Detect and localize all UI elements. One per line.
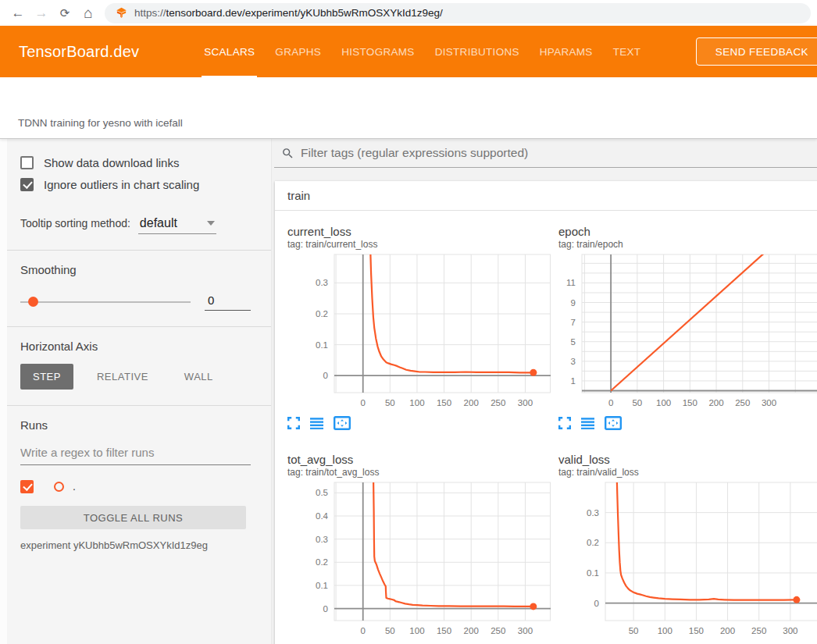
- svg-text:300: 300: [783, 626, 797, 635]
- scalar-chart: current_loss tag: train/current_loss 050…: [287, 225, 558, 431]
- address-bar[interactable]: https://tensorboard.dev/experiment/yKUbh…: [105, 3, 811, 23]
- svg-text:150: 150: [437, 398, 451, 407]
- svg-text:0: 0: [360, 626, 365, 635]
- experiment-title: TDNN training for yesno with icefall: [18, 117, 183, 129]
- axis-wall-button[interactable]: WALL: [172, 364, 226, 390]
- checkbox-checked-icon[interactable]: [20, 178, 34, 191]
- runs-filter-field[interactable]: [20, 446, 251, 465]
- toggle-all-runs-button[interactable]: TOGGLE ALL RUNS: [20, 506, 246, 529]
- smoothing-value-input[interactable]: 0: [205, 294, 251, 311]
- log-scale-icon[interactable]: [581, 417, 594, 429]
- chart-plot[interactable]: 05010015020025030000.10.20.30.40.5: [287, 481, 551, 639]
- fullscreen-icon[interactable]: [558, 417, 571, 429]
- svg-text:50: 50: [629, 626, 639, 635]
- svg-text:100: 100: [656, 398, 671, 407]
- svg-text:100: 100: [658, 626, 673, 635]
- svg-text:0: 0: [323, 371, 328, 380]
- search-icon: [281, 147, 294, 160]
- tag-group-header-train[interactable]: train: [275, 181, 817, 211]
- tooltip-sorting-select[interactable]: default: [138, 216, 216, 234]
- fit-domain-icon[interactable]: [334, 416, 351, 430]
- tab-text[interactable]: TEXT: [603, 26, 651, 77]
- back-icon[interactable]: ←: [6, 3, 30, 23]
- svg-text:0: 0: [608, 398, 613, 407]
- charts-grid: current_loss tag: train/current_loss 050…: [275, 211, 817, 644]
- tab-graphs[interactable]: GRAPHS: [265, 26, 331, 77]
- scalars-main-panel: train current_loss tag: train/current_lo…: [272, 139, 817, 644]
- svg-text:250: 250: [735, 398, 750, 407]
- forward-icon[interactable]: →: [30, 3, 53, 23]
- svg-text:50: 50: [385, 398, 395, 407]
- chart-title: epoch: [558, 225, 817, 238]
- svg-text:300: 300: [518, 398, 533, 407]
- chart-plot[interactable]: 0501001502002503001357911: [558, 253, 817, 411]
- run-row[interactable]: .: [20, 477, 251, 496]
- tab-distributions[interactable]: DISTRIBUTIONS: [425, 26, 530, 77]
- reload-icon[interactable]: ⟳: [53, 3, 77, 23]
- slider-thumb[interactable]: [28, 297, 38, 307]
- svg-text:11: 11: [566, 278, 576, 287]
- svg-text:250: 250: [751, 626, 766, 635]
- runs-filter-input[interactable]: [20, 446, 251, 459]
- axis-step-button[interactable]: STEP: [20, 364, 73, 390]
- app-logo: TensorBoard.dev: [19, 43, 139, 61]
- tab-bar: SCALARS GRAPHS HISTOGRAMS DISTRIBUTIONS …: [194, 26, 651, 77]
- filter-tags-field[interactable]: [274, 139, 817, 168]
- tag-group-card: train current_loss tag: train/current_lo…: [275, 181, 817, 644]
- svg-text:1: 1: [571, 376, 576, 386]
- svg-text:0.2: 0.2: [587, 538, 599, 547]
- smoothing-slider[interactable]: [20, 297, 191, 308]
- svg-text:50: 50: [632, 398, 642, 407]
- slider-track[interactable]: [20, 301, 191, 303]
- svg-text:100: 100: [409, 626, 424, 635]
- chevron-down-icon: [207, 221, 215, 226]
- svg-text:0: 0: [360, 398, 365, 407]
- fit-domain-icon[interactable]: [605, 416, 622, 430]
- settings-sidebar: Show data download links Ignore outliers…: [0, 139, 272, 644]
- run-color-swatch: [54, 482, 64, 492]
- tooltip-sorting-label: Tooltip sorting method:: [20, 217, 130, 229]
- svg-text:0.1: 0.1: [316, 340, 328, 350]
- smoothing-label: Smoothing: [20, 263, 251, 276]
- tab-hparams[interactable]: HPARAMS: [530, 26, 603, 77]
- svg-text:300: 300: [518, 626, 533, 635]
- chart-plot[interactable]: 05010015020025030000.10.20.3: [287, 253, 551, 411]
- svg-text:9: 9: [571, 298, 576, 308]
- experiment-title-bar: TDNN training for yesno with icefall: [0, 77, 817, 139]
- send-feedback-button[interactable]: SEND FEEDBACK: [696, 37, 817, 66]
- ignore-outliers-checkbox[interactable]: Ignore outliers in chart scaling: [20, 173, 251, 195]
- tensorboard-favicon: [116, 7, 127, 19]
- chart-tag: tag: train/valid_loss: [558, 467, 817, 478]
- chart-tag: tag: train/epoch: [558, 239, 817, 250]
- svg-text:0.3: 0.3: [587, 508, 599, 518]
- home-icon[interactable]: ⌂: [77, 3, 100, 23]
- checkbox-unchecked-icon[interactable]: [20, 156, 34, 169]
- filter-tags-input[interactable]: [301, 146, 817, 160]
- chart-tag: tag: train/tot_avg_loss: [287, 467, 558, 478]
- svg-text:200: 200: [464, 626, 479, 635]
- show-download-links-checkbox[interactable]: Show data download links: [20, 151, 251, 173]
- svg-text:3: 3: [571, 357, 576, 366]
- svg-text:250: 250: [491, 626, 505, 635]
- log-scale-icon[interactable]: [310, 417, 323, 429]
- chart-title: valid_loss: [558, 453, 817, 466]
- run-checkbox[interactable]: [20, 480, 34, 493]
- horizontal-axis-label: Horizontal Axis: [20, 340, 251, 353]
- svg-text:250: 250: [491, 398, 505, 407]
- svg-text:7: 7: [571, 318, 576, 327]
- tab-scalars[interactable]: SCALARS: [194, 26, 265, 77]
- svg-text:150: 150: [683, 398, 697, 407]
- run-name: .: [73, 480, 76, 493]
- fullscreen-icon[interactable]: [287, 417, 300, 429]
- axis-relative-button[interactable]: RELATIVE: [84, 364, 161, 390]
- svg-text:0.4: 0.4: [316, 511, 329, 521]
- svg-text:0.3: 0.3: [316, 278, 328, 287]
- svg-text:50: 50: [385, 626, 395, 635]
- scalar-chart: valid_loss tag: train/valid_loss 5010015…: [558, 453, 817, 644]
- tab-histograms[interactable]: HISTOGRAMS: [331, 26, 425, 77]
- chart-title: current_loss: [287, 225, 558, 238]
- svg-text:100: 100: [409, 398, 424, 407]
- chart-plot[interactable]: 5010015020025030000.10.20.3: [558, 481, 817, 639]
- svg-text:200: 200: [708, 398, 723, 407]
- svg-text:0.3: 0.3: [316, 535, 328, 544]
